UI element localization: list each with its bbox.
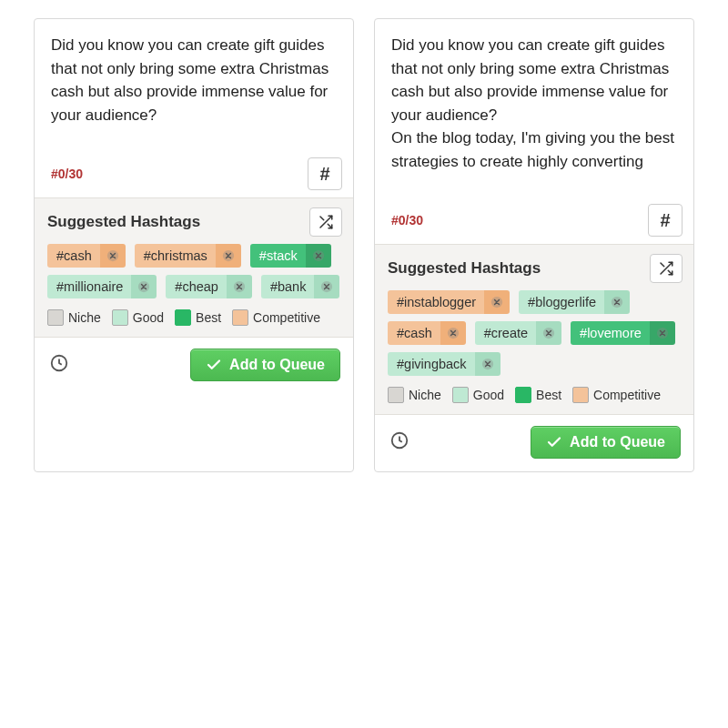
legend-swatch-competitive bbox=[572, 387, 589, 403]
hashtag-pill[interactable]: #bank bbox=[261, 275, 340, 298]
add-to-queue-button[interactable]: Add to Queue bbox=[190, 349, 340, 381]
add-to-queue-label: Add to Queue bbox=[229, 357, 325, 373]
close-icon bbox=[320, 280, 333, 293]
shuffle-button[interactable] bbox=[650, 254, 682, 283]
hashtag-remove-button[interactable] bbox=[484, 290, 510, 314]
post-caption[interactable]: Did you know you can create gift guides … bbox=[51, 34, 337, 126]
close-icon bbox=[106, 249, 119, 262]
hashtag-remove-button[interactable] bbox=[100, 244, 126, 268]
hashtag-label: #millionaire bbox=[47, 275, 131, 298]
legend-swatch-good bbox=[452, 387, 469, 403]
hashtag-pill[interactable]: #christmas bbox=[135, 244, 241, 268]
close-icon bbox=[222, 249, 235, 262]
add-to-queue-label: Add to Queue bbox=[570, 434, 665, 450]
suggested-hashtags-panel: Suggested Hashtags #instablogger#blogger… bbox=[375, 244, 693, 415]
close-icon bbox=[490, 296, 503, 308]
hashtag-legend: Niche Good Best Competitive bbox=[388, 387, 682, 403]
legend-swatch-good bbox=[112, 309, 128, 326]
hashtag-label: #cash bbox=[47, 244, 100, 268]
hashtag-remove-button[interactable] bbox=[227, 275, 252, 298]
post-card: Merry Christmas Did you know you can cre… bbox=[374, 18, 694, 472]
hashtag-remove-button[interactable] bbox=[306, 244, 331, 268]
check-icon bbox=[206, 357, 222, 373]
close-icon bbox=[233, 280, 246, 293]
legend-swatch-niche bbox=[388, 387, 404, 403]
hashtag-remove-button[interactable] bbox=[314, 275, 339, 298]
hashtag-label: #create bbox=[475, 321, 536, 345]
close-icon bbox=[137, 280, 150, 293]
hashtag-label: #bloggerlife bbox=[519, 290, 604, 314]
hashtag-remove-button[interactable] bbox=[216, 244, 241, 268]
legend-label: Good bbox=[133, 310, 164, 325]
schedule-button[interactable] bbox=[389, 430, 413, 454]
shuffle-button[interactable] bbox=[309, 207, 342, 237]
hashtag-counter: #0/30 bbox=[391, 213, 423, 228]
hashtag-pill[interactable]: #cash bbox=[47, 244, 126, 268]
hashtag-remove-button[interactable] bbox=[131, 275, 157, 298]
hashtag-label: #cheap bbox=[166, 275, 227, 298]
hashtag-list: #cash#christmas#stack#millionaire#cheap#… bbox=[47, 244, 342, 298]
hashtag-legend: Niche Good Best Competitive bbox=[47, 309, 342, 326]
legend-swatch-best bbox=[515, 387, 531, 403]
legend-label: Niche bbox=[409, 388, 441, 402]
legend-swatch-competitive bbox=[232, 309, 248, 326]
hashtag-label: #cash bbox=[388, 321, 440, 345]
legend-swatch-niche bbox=[47, 309, 64, 326]
hashtag-label: #lovemore bbox=[571, 321, 650, 345]
close-icon bbox=[656, 327, 669, 339]
hashtag-remove-button[interactable] bbox=[440, 321, 466, 345]
hashtag-remove-button[interactable] bbox=[475, 352, 500, 376]
close-icon bbox=[447, 327, 460, 339]
hashtag-pill[interactable]: #cheap bbox=[166, 275, 252, 298]
hashtag-list: #instablogger#bloggerlife#cash#create#lo… bbox=[388, 290, 682, 376]
hashtag-label: #instablogger bbox=[388, 290, 484, 314]
post-caption[interactable]: Did you know you can create gift guides … bbox=[391, 34, 677, 173]
clock-icon bbox=[389, 430, 410, 450]
schedule-button[interactable] bbox=[49, 353, 73, 377]
hashtag-label: #stack bbox=[250, 244, 306, 268]
suggested-hashtags-panel: Suggested Hashtags #cash#christmas#stack… bbox=[35, 197, 353, 338]
legend-label: Good bbox=[473, 388, 504, 402]
hashtag-counter: #0/30 bbox=[51, 167, 83, 181]
hashtag-pill[interactable]: #cash bbox=[388, 321, 466, 345]
hashtag-button[interactable]: # bbox=[308, 157, 342, 190]
hashtag-label: #bank bbox=[261, 275, 315, 298]
hashtag-button[interactable]: # bbox=[648, 204, 682, 237]
close-icon bbox=[481, 358, 494, 370]
close-icon bbox=[542, 327, 555, 339]
shuffle-icon bbox=[318, 214, 334, 230]
hashtag-pill[interactable]: #lovemore bbox=[571, 321, 675, 345]
post-card: Merry Christmas Did you know you can cre… bbox=[34, 18, 354, 472]
hashtag-remove-button[interactable] bbox=[650, 321, 675, 345]
hashtag-pill[interactable]: #millionaire bbox=[47, 275, 157, 298]
hashtag-remove-button[interactable] bbox=[604, 290, 630, 314]
hashtag-pill[interactable]: #bloggerlife bbox=[519, 290, 630, 314]
suggested-hashtags-title: Suggested Hashtags bbox=[47, 213, 200, 231]
legend-label: Best bbox=[536, 388, 561, 402]
legend-label: Niche bbox=[68, 310, 101, 325]
hashtag-remove-button[interactable] bbox=[536, 321, 561, 345]
hashtag-pill[interactable]: #instablogger bbox=[388, 290, 510, 314]
legend-label: Best bbox=[196, 310, 221, 325]
check-icon bbox=[546, 434, 562, 450]
close-icon bbox=[611, 296, 623, 308]
hashtag-label: #christmas bbox=[135, 244, 216, 268]
shuffle-icon bbox=[658, 260, 674, 277]
suggested-hashtags-title: Suggested Hashtags bbox=[388, 259, 541, 278]
hashtag-pill[interactable]: #givingback bbox=[388, 352, 500, 376]
hashtag-label: #givingback bbox=[388, 352, 475, 376]
add-to-queue-button[interactable]: Add to Queue bbox=[531, 426, 681, 459]
legend-swatch-best bbox=[175, 309, 191, 326]
hashtag-pill[interactable]: #stack bbox=[250, 244, 331, 268]
clock-icon bbox=[49, 353, 69, 373]
legend-label: Competitive bbox=[593, 388, 661, 402]
close-icon bbox=[312, 249, 325, 262]
legend-label: Competitive bbox=[253, 310, 320, 325]
hashtag-pill[interactable]: #create bbox=[475, 321, 561, 345]
